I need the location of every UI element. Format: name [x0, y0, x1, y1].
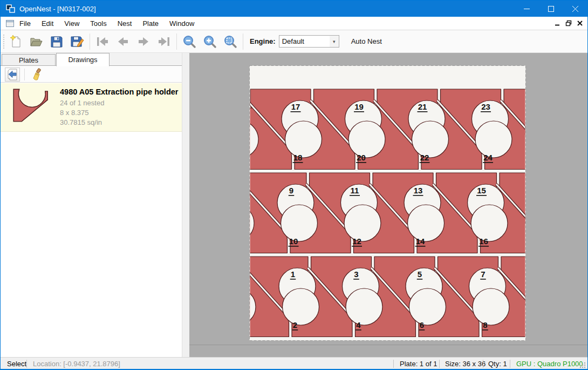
close-button[interactable]: [563, 1, 587, 17]
engine-select[interactable]: Default ▾: [279, 35, 339, 48]
svg-text:15: 15: [477, 186, 486, 195]
status-plate: Plate: 1 of 1: [400, 360, 437, 368]
svg-text:22: 22: [420, 153, 429, 162]
go-next-icon: [136, 35, 151, 49]
panel-tab-strip: Plates Drawings: [1, 53, 182, 66]
status-mode: Select: [7, 360, 26, 368]
svg-text:18: 18: [293, 153, 303, 162]
go-last-icon: [157, 35, 171, 49]
maximize-button[interactable]: [539, 1, 563, 17]
svg-text:6: 6: [420, 320, 424, 329]
zoom-fit-icon: [223, 35, 237, 49]
drawings-panel: Plates Drawings: [1, 53, 182, 357]
svg-text:9: 9: [289, 186, 293, 195]
minimize-button[interactable]: [515, 1, 539, 17]
minimize-icon: [524, 6, 530, 12]
svg-text:16: 16: [479, 237, 488, 246]
status-bar: Select Location: [-0.9437, 21.8796] Plat…: [1, 357, 587, 369]
svg-text:10: 10: [289, 237, 298, 246]
svg-text:5: 5: [418, 270, 422, 279]
canvas-scroll-divider: [189, 345, 588, 345]
svg-text:20: 20: [357, 153, 366, 162]
mdi-restore-icon: [565, 20, 572, 26]
status-separator: [26, 360, 27, 368]
tab-drawings[interactable]: Drawings: [56, 53, 110, 66]
menu-view[interactable]: View: [59, 17, 85, 30]
open-file-icon: [29, 35, 43, 49]
svg-text:11: 11: [351, 186, 359, 195]
part-area: 30.7815 sq/in: [60, 118, 102, 126]
auto-nest-button[interactable]: Auto Nest: [347, 35, 386, 48]
menu-edit[interactable]: Edit: [36, 17, 59, 30]
go-next-button[interactable]: [133, 32, 154, 51]
toolbar-separator: [90, 33, 90, 50]
clean-button[interactable]: [29, 68, 44, 82]
part-thumbnail: [7, 86, 56, 130]
close-icon: [572, 6, 578, 12]
mdi-minimize-button[interactable]: [551, 18, 563, 29]
svg-text:2: 2: [293, 320, 297, 329]
toolbar-separator: [243, 33, 243, 50]
window-title: OpenNest - [N0317-002]: [19, 5, 96, 13]
status-separator: [483, 360, 483, 368]
go-first-button[interactable]: [92, 32, 113, 51]
plate-view[interactable]: 171921231820222491113151012141613572468: [249, 65, 526, 341]
zoom-out-icon: [182, 35, 196, 49]
open-file-button[interactable]: [26, 32, 46, 51]
menu-plate[interactable]: Plate: [137, 17, 164, 30]
svg-text:13: 13: [414, 186, 423, 195]
zoom-fit-button[interactable]: [220, 32, 241, 51]
tab-plates[interactable]: Plates: [2, 54, 56, 66]
panel-splitter[interactable]: [182, 53, 189, 357]
part-title: 4980 A05 Extraction pipe holder: [60, 88, 178, 96]
svg-text:1: 1: [291, 270, 295, 279]
go-first-icon: [95, 35, 110, 49]
part-size: 8 x 8.375: [60, 109, 89, 117]
import-drawing-button[interactable]: [5, 68, 20, 82]
svg-text:7: 7: [481, 270, 485, 279]
import-drawing-icon: [6, 69, 18, 80]
menu-file[interactable]: File: [14, 17, 36, 30]
status-location: Location: [-0.9437, 21.8796]: [33, 360, 120, 368]
status-qty: Qty: 1: [488, 360, 507, 368]
menu-nest[interactable]: Nest: [112, 17, 138, 30]
mdi-restore-button[interactable]: [563, 18, 574, 29]
svg-text:8: 8: [483, 320, 487, 329]
drawing-list: 4980 A05 Extraction pipe holder 24 of 1 …: [1, 83, 182, 357]
document-window-icon[interactable]: [6, 20, 14, 27]
svg-text:12: 12: [352, 237, 361, 246]
svg-text:19: 19: [354, 102, 364, 111]
nest-canvas[interactable]: 171921231820222491113151012141613572468: [189, 53, 588, 357]
status-separator: [510, 360, 510, 368]
save-as-button[interactable]: [67, 32, 87, 51]
mdi-close-button[interactable]: [574, 18, 585, 29]
window-controls: [515, 1, 587, 17]
save-button[interactable]: [46, 32, 67, 51]
menu-bar: File Edit View Tools Nest Plate Window: [1, 17, 587, 30]
zoom-out-button[interactable]: [179, 32, 200, 51]
toolbar-separator: [176, 33, 177, 50]
save-icon: [50, 35, 64, 49]
main-toolbar: Engine: Default ▾ Auto Nest: [1, 30, 587, 53]
go-last-button[interactable]: [154, 32, 174, 51]
mdi-close-icon: [577, 21, 583, 26]
broom-icon: [30, 68, 43, 81]
go-previous-button[interactable]: [113, 32, 133, 51]
status-separator: [439, 360, 440, 368]
menu-window[interactable]: Window: [164, 17, 200, 30]
new-file-button[interactable]: [5, 32, 26, 51]
engine-value: Default: [279, 37, 330, 45]
app-icon: [6, 4, 15, 13]
engine-label: Engine:: [250, 37, 276, 45]
resize-grip[interactable]: [578, 361, 586, 368]
mdi-minimize-icon: [555, 21, 560, 26]
title-bar[interactable]: OpenNest - [N0317-002]: [1, 1, 587, 17]
list-item[interactable]: 4980 A05 Extraction pipe holder 24 of 1 …: [1, 83, 182, 132]
svg-text:21: 21: [418, 102, 427, 111]
status-gpu: GPU : Quadro P1000: [516, 360, 583, 368]
save-as-icon: [70, 35, 84, 49]
menu-tools[interactable]: Tools: [85, 17, 112, 30]
panel-toolbar: [1, 66, 182, 83]
zoom-in-button[interactable]: [200, 32, 220, 51]
maximize-icon: [548, 6, 554, 12]
